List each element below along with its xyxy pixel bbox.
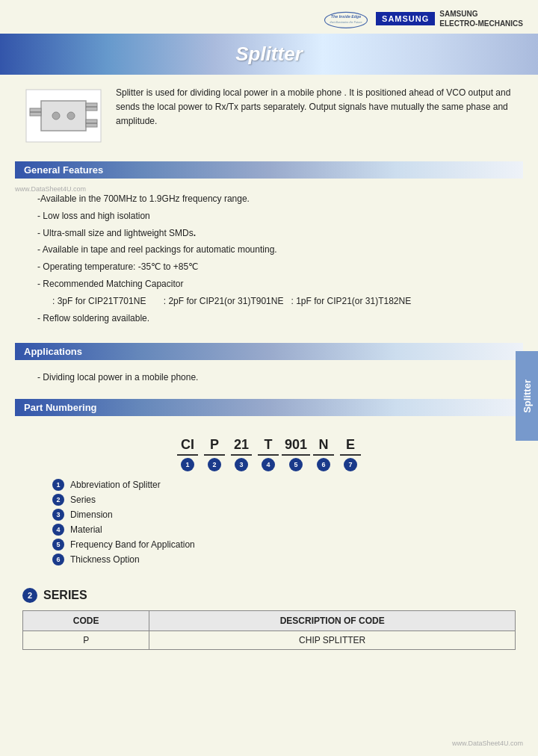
side-tab: Splitter	[516, 351, 538, 441]
table-cell-description: CHIP SPLITTER	[149, 631, 516, 650]
samsung-brand: SAMSUNG	[376, 12, 435, 25]
legend-item-6: 6 Thickness Option	[52, 554, 516, 566]
series-table: CODE DESCRIPTION OF CODE P CHIP SPLITTER	[22, 610, 516, 650]
inside-edge-logo: The Inside Edge that illuminates the Fut…	[324, 7, 368, 30]
product-description: Splitter is used for dividing local powe…	[116, 86, 516, 129]
svg-point-11	[52, 112, 60, 120]
title-banner: Splitter	[0, 34, 538, 75]
series-circle: 2	[22, 588, 37, 603]
svg-rect-4	[41, 101, 86, 131]
inside-edge-arc-svg: The Inside Edge that illuminates the Fut…	[324, 7, 368, 30]
svg-text:that illuminates the Future: that illuminates the Future	[330, 21, 362, 24]
feature-item-5: - Operating temperature: -35℃ to +85℃	[37, 258, 516, 276]
feature-item-4: - Available in tape and reel packings fo…	[37, 241, 516, 258]
series-section: 2 SERIES CODE DESCRIPTION OF CODE P CHIP…	[0, 580, 538, 657]
code-seg-1: CI 1	[174, 437, 201, 471]
samsung-logo-area: SAMSUNG SAMSUNG ELECTRO-MECHANICS	[376, 9, 523, 28]
side-tab-label: Splitter	[522, 379, 533, 413]
applications-content: - Dividing local power in a mobile phone…	[0, 366, 538, 388]
legend-item-3: 3 Dimension	[52, 509, 516, 521]
splitter-image-svg	[22, 86, 105, 146]
product-image	[22, 86, 105, 148]
footer-watermark: www.DataSheet4U.com	[452, 740, 523, 747]
code-seg-6: N 6	[310, 437, 337, 471]
feature-item-1: -Available in the 700MHz to 1.9GHz frequ…	[37, 190, 516, 208]
series-title-text: SERIES	[43, 589, 87, 602]
code-seg-7: E 7	[337, 437, 364, 471]
table-col-description: DESCRIPTION OF CODE	[149, 611, 516, 631]
svg-point-12	[67, 112, 75, 120]
part-numbering-header: Part Numbering	[15, 399, 523, 416]
part-code-diagram: CI 1 P 2 21 3 T 4 901 5 N 6 E 7	[149, 437, 389, 471]
feature-item-6a: : 3pF for CIP21T701NE : 2pF for CIP21(or…	[37, 293, 516, 310]
legend-item-4: 4 Material	[52, 524, 516, 536]
code-seg-4: T 4	[255, 437, 282, 471]
general-features-header: General Features	[15, 161, 523, 179]
svg-text:The Inside Edge: The Inside Edge	[331, 14, 361, 19]
watermark-top: www.DataSheet4U.com	[15, 185, 86, 193]
legend-item-1: 1 Abbreviation of Splitter	[52, 479, 516, 491]
page-title: Splitter	[15, 43, 523, 66]
table-row: P CHIP SPLITTER	[23, 631, 516, 650]
samsung-division: SAMSUNG ELECTRO-MECHANICS	[439, 9, 523, 28]
legend-item-2: 2 Series	[52, 494, 516, 506]
header: The Inside Edge that illuminates the Fut…	[0, 0, 538, 34]
applications-header: Applications	[15, 343, 523, 360]
feature-item-2: - Low loss and high isolation	[37, 208, 516, 225]
code-seg-2: P 2	[201, 437, 228, 471]
feature-item-6: - Recommended Matching Capacitor	[37, 276, 516, 293]
code-seg-3: 21 3	[228, 437, 255, 471]
legend-item-5: 5 Frequency Band for Application	[52, 539, 516, 551]
feature-item-3: - Ultra-small size and lightweight SMDs.	[37, 225, 516, 242]
part-legend: 1 Abbreviation of Splitter 2 Series 3 Di…	[22, 479, 516, 566]
product-intro: Splitter is used for dividing local powe…	[0, 82, 538, 155]
table-col-code: CODE	[23, 611, 149, 631]
feature-item-7: - Reflow soldering available.	[37, 310, 516, 327]
general-features-list: -Available in the 700MHz to 1.9GHz frequ…	[0, 185, 538, 332]
application-item-1: - Dividing local power in a mobile phone…	[37, 372, 198, 382]
table-header-row: CODE DESCRIPTION OF CODE	[23, 611, 516, 631]
code-seg-5: 901 5	[282, 437, 310, 471]
series-title: 2 SERIES	[22, 588, 516, 603]
part-numbering-content: CI 1 P 2 21 3 T 4 901 5 N 6 E 7 1	[0, 422, 538, 576]
table-cell-code: P	[23, 631, 149, 650]
